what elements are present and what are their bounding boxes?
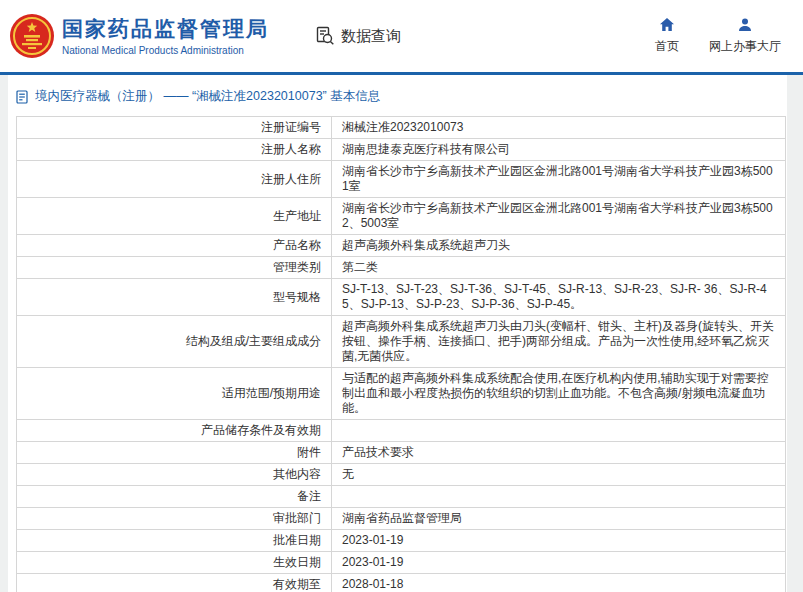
table-row: 备注: [17, 486, 786, 508]
row-value: 2028-01-18: [332, 574, 786, 592]
row-label: 型号规格: [17, 279, 332, 316]
table-row: 型号规格SJ-T-13、SJ-T-23、SJ-T-36、SJ-T-45、SJ-R…: [17, 279, 786, 316]
org-name-cn: 国家药品监督管理局: [62, 16, 269, 41]
table-row: 其他内容无: [17, 464, 786, 486]
row-label: 管理类别: [17, 257, 332, 279]
site-brand: 国家药品监督管理局 National Medical Products Admi…: [10, 14, 269, 58]
top-header: 国家药品监督管理局 National Medical Products Admi…: [0, 0, 803, 72]
row-value: 2023-01-19: [332, 552, 786, 574]
info-table-body: 注册证编号湘械注准20232010073注册人名称湖南思捷泰克医疗科技有限公司注…: [17, 117, 786, 592]
row-label: 生产地址: [17, 198, 332, 235]
row-value: 2023-01-19: [332, 530, 786, 552]
row-label: 审批部门: [17, 508, 332, 530]
document-search-icon: [315, 26, 335, 46]
table-row: 生效日期2023-01-19: [17, 552, 786, 574]
table-row: 有效期至2028-01-18: [17, 574, 786, 592]
table-row: 注册人名称湖南思捷泰克医疗科技有限公司: [17, 139, 786, 161]
row-label: 生效日期: [17, 552, 332, 574]
table-row: 产品储存条件及有效期: [17, 420, 786, 442]
row-value: 湘械注准20232010073: [332, 117, 786, 139]
row-label: 有效期至: [17, 574, 332, 592]
row-value: 湖南省长沙市宁乡高新技术产业园区金洲北路001号湖南省大学科技产业园3栋5001…: [332, 161, 786, 198]
top-navigation: 首页 网上办事大厅: [655, 17, 787, 55]
table-row: 注册证编号湘械注准20232010073: [17, 117, 786, 139]
row-value: 与适配的超声高频外科集成系统配合使用,在医疗机构内使用,辅助实现于对需要控制出血…: [332, 368, 786, 420]
row-value: 产品技术要求: [332, 442, 786, 464]
user-icon: [737, 17, 753, 33]
breadcrumb-text: 境内医疗器械（注册） —— “湘械注准20232010073” 基本信息: [35, 88, 380, 105]
row-label: 产品储存条件及有效期: [17, 420, 332, 442]
row-value: SJ-T-13、SJ-T-23、SJ-T-36、SJ-T-45、SJ-R-13、…: [332, 279, 786, 316]
row-label: 适用范围/预期用途: [17, 368, 332, 420]
nav-service-hall-label: 网上办事大厅: [709, 38, 781, 55]
table-row: 结构及组成/主要组成成分超声高频外科集成系统超声刀头由刀头(变幅杆、钳头、主杆)…: [17, 316, 786, 368]
row-value: [332, 486, 786, 508]
row-value: 无: [332, 464, 786, 486]
row-value: 湖南思捷泰克医疗科技有限公司: [332, 139, 786, 161]
row-value: 超声高频外科集成系统超声刀头: [332, 235, 786, 257]
table-row: 批准日期2023-01-19: [17, 530, 786, 552]
table-row: 生产地址湖南省长沙市宁乡高新技术产业园区金洲北路001号湖南省大学科技产业园3栋…: [17, 198, 786, 235]
table-row: 管理类别第二类: [17, 257, 786, 279]
data-query-button[interactable]: 数据查询: [315, 26, 401, 46]
row-label: 结构及组成/主要组成成分: [17, 316, 332, 368]
nav-home[interactable]: 首页: [655, 17, 679, 55]
row-label: 注册证编号: [17, 117, 332, 139]
breadcrumb: 境内医疗器械（注册） —— “湘械注准20232010073” 基本信息: [16, 83, 787, 116]
row-value: 第二类: [332, 257, 786, 279]
document-icon: [16, 90, 29, 104]
home-icon: [659, 17, 675, 33]
row-label: 注册人名称: [17, 139, 332, 161]
row-label: 注册人住所: [17, 161, 332, 198]
row-label: 备注: [17, 486, 332, 508]
org-name-en: National Medical Products Administration: [62, 45, 269, 56]
row-label: 其他内容: [17, 464, 332, 486]
row-value: [332, 420, 786, 442]
row-label: 产品名称: [17, 235, 332, 257]
table-row: 附件产品技术要求: [17, 442, 786, 464]
row-label: 附件: [17, 442, 332, 464]
row-value: 湖南省长沙市宁乡高新技术产业园区金洲北路001号湖南省大学科技产业园3栋5002…: [332, 198, 786, 235]
table-row: 审批部门湖南省药品监督管理局: [17, 508, 786, 530]
row-value: 超声高频外科集成系统超声刀头由刀头(变幅杆、钳头、主杆)及器身(旋转头、开关按钮…: [332, 316, 786, 368]
registration-info-table: 注册证编号湘械注准20232010073注册人名称湖南思捷泰克医疗科技有限公司注…: [16, 116, 786, 592]
brand-text: 国家药品监督管理局 National Medical Products Admi…: [62, 16, 269, 55]
table-row: 产品名称超声高频外科集成系统超声刀头: [17, 235, 786, 257]
national-emblem-logo: [10, 14, 54, 58]
row-value: 湖南省药品监督管理局: [332, 508, 786, 530]
nav-service-hall[interactable]: 网上办事大厅: [709, 17, 781, 55]
nav-home-label: 首页: [655, 38, 679, 55]
table-row: 适用范围/预期用途与适配的超声高频外科集成系统配合使用,在医疗机构内使用,辅助实…: [17, 368, 786, 420]
row-label: 批准日期: [17, 530, 332, 552]
table-row: 注册人住所湖南省长沙市宁乡高新技术产业园区金洲北路001号湖南省大学科技产业园3…: [17, 161, 786, 198]
data-query-label: 数据查询: [341, 27, 401, 46]
main-content: 境内医疗器械（注册） —— “湘械注准20232010073” 基本信息 注册证…: [8, 75, 787, 592]
